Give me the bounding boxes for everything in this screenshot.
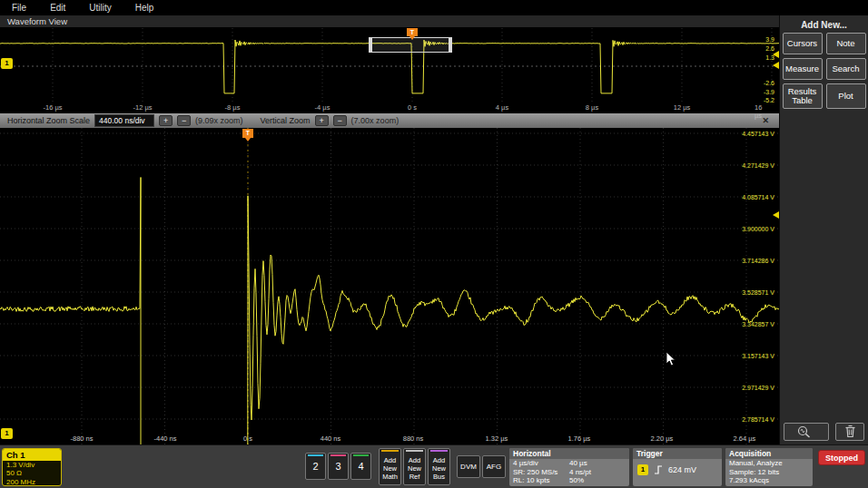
- overview-volt-label: 3.9: [765, 36, 774, 43]
- overview-time-label: -16 µs: [44, 103, 63, 112]
- zoomed-waveform-svg: [0, 128, 779, 444]
- horizontal-panel-title: Horizontal: [509, 448, 629, 459]
- stopped-button[interactable]: Stopped: [818, 450, 865, 465]
- add-new-button-grid: Cursors Note Measure Search Results Tabl…: [780, 33, 868, 109]
- add-new-math-button[interactable]: AddNewMath: [379, 448, 401, 485]
- v-zoom-out-button[interactable]: −: [333, 115, 347, 126]
- zoom-mode-button[interactable]: [784, 423, 829, 441]
- h-zoom-in-button[interactable]: +: [159, 115, 173, 126]
- trigger-marker-main[interactable]: T: [242, 129, 253, 138]
- horizontal-panel[interactable]: Horizontal 4 µs/div 40 µs SR: 250 MS/s 4…: [509, 448, 629, 486]
- volt-label: 4.457143 V: [742, 131, 774, 137]
- acquisition-count: 7.293 kAcqs: [725, 476, 813, 485]
- ref-color-strip: [406, 450, 423, 452]
- volt-label: 3.157143 V: [742, 353, 774, 359]
- add-note-button[interactable]: Note: [826, 33, 866, 54]
- add-results-table-button[interactable]: Results Table: [783, 83, 823, 109]
- channel4-button[interactable]: 4: [350, 453, 371, 480]
- v-zoom-in-button[interactable]: +: [315, 115, 329, 126]
- overview-volt-label: -2.6: [764, 80, 774, 86]
- time-label: 440 ns: [321, 434, 341, 443]
- oscilloscope-app: File Edit Utility Help Waveform View 3.9…: [0, 0, 868, 488]
- horizontal-window: 40 µs: [569, 459, 587, 468]
- overview-time-label: -12 µs: [133, 103, 153, 112]
- time-label: -880 ns: [70, 434, 93, 443]
- magnifier-icon: [796, 425, 816, 438]
- add-new-bus-button[interactable]: AddNewBus: [428, 448, 450, 485]
- volt-label: 4.085714 V: [742, 194, 774, 200]
- menu-help[interactable]: Help: [123, 1, 166, 15]
- channel2-button[interactable]: 2: [305, 453, 326, 480]
- add-measure-button[interactable]: Measure: [783, 58, 823, 80]
- overview-time-label: 16 µs: [755, 103, 771, 120]
- channel1-marker-overview[interactable]: 1: [1, 58, 13, 69]
- time-label: -440 ns: [153, 434, 176, 443]
- volt-label: 3.900000 V: [742, 226, 774, 232]
- time-label: 2.64 µs: [734, 434, 756, 443]
- add-new-title: Add New...: [780, 15, 868, 33]
- channel3-button[interactable]: 3: [328, 453, 349, 480]
- menu-file[interactable]: File: [0, 1, 38, 15]
- channel4-color-strip: [353, 454, 369, 456]
- channel3-color-strip: [330, 454, 346, 456]
- add-cursors-button[interactable]: Cursors: [783, 33, 823, 54]
- sample-rate: SR: 250 MS/s: [513, 468, 569, 477]
- waveform-view-area: Waveform View 3.9 2.6 1.3 -2.6 -3.9 -5.2…: [0, 15, 779, 444]
- resolution: 4 ns/pt: [569, 468, 591, 477]
- v-zoom-factor: (7.00x zoom): [351, 116, 399, 125]
- trash-button[interactable]: [835, 423, 864, 441]
- add-plot-button[interactable]: Plot: [826, 83, 866, 109]
- volt-label: 3.714286 V: [742, 258, 774, 264]
- volt-label: 3.528571 V: [742, 289, 774, 296]
- trigger-panel[interactable]: Trigger 1 624 mV: [633, 448, 722, 486]
- trigger-panel-title: Trigger: [633, 448, 722, 459]
- add-new-ref-button[interactable]: AddNewRef: [403, 448, 426, 485]
- channel2-color-strip: [308, 454, 323, 456]
- volt-label: 2.785714 V: [742, 416, 774, 423]
- record-length: RL: 10 kpts: [513, 476, 569, 485]
- volt-label: 2.971429 V: [742, 385, 774, 391]
- add-search-button[interactable]: Search: [826, 58, 866, 80]
- trash-icon: [844, 425, 856, 438]
- overview-time-label: 0 s: [408, 103, 417, 112]
- time-label: 1.32 µs: [486, 434, 508, 443]
- vertical-zoom-label: Vertical Zoom: [261, 116, 311, 125]
- trigger-level-marker-icon[interactable]: [773, 62, 779, 69]
- channel1-impedance: 50 Ω: [3, 469, 61, 477]
- overview-volt-label: -3.9: [764, 89, 774, 95]
- math-color-strip: [381, 450, 399, 452]
- mouse-cursor-icon: [666, 351, 677, 367]
- volt-label: 4.271429 V: [742, 162, 774, 169]
- trigger-source-badge: 1: [637, 464, 648, 475]
- h-zoom-out-button[interactable]: −: [177, 115, 191, 126]
- channel-position-marker-icon[interactable]: [773, 51, 779, 58]
- acquisition-sample: Sample: 12 bits: [725, 468, 813, 477]
- time-label: 0 s: [243, 434, 252, 443]
- trigger-marker-overview[interactable]: T: [407, 28, 418, 36]
- channel1-marker-main[interactable]: 1: [1, 428, 13, 439]
- dvm-button[interactable]: DVM: [457, 455, 480, 478]
- channel1-scale: 1.3 V/div: [3, 461, 61, 469]
- overview-time-label: 4 µs: [496, 103, 508, 112]
- right-sidebar: Add New... Cursors Note Measure Search R…: [779, 15, 868, 444]
- channel1-name: Ch 1: [3, 449, 61, 461]
- acquisition-panel[interactable]: Acquisition Manual, Analyze Sample: 12 b…: [725, 448, 813, 486]
- afg-button[interactable]: AFG: [482, 455, 506, 478]
- horizontal-position: 50%: [569, 476, 584, 485]
- overview-time-label: 12 µs: [674, 103, 691, 112]
- bus-color-strip: [430, 450, 448, 452]
- overview-waveform-panel[interactable]: 3.9 2.6 1.3 -2.6 -3.9 -5.2 T 1: [0, 28, 779, 102]
- time-label: 880 ns: [403, 434, 424, 443]
- h-zoom-factor: (9.09x zoom): [195, 116, 243, 125]
- waveform-view-tab[interactable]: Waveform View: [0, 15, 779, 28]
- volt-label: 3.342857 V: [742, 321, 774, 327]
- menu-edit[interactable]: Edit: [38, 1, 77, 15]
- overview-time-axis: -16 µs -12 µs -8 µs -4 µs 0 s 4 µs 8 µs …: [0, 102, 779, 113]
- horizontal-zoom-value-input[interactable]: 440.00 ns/div: [94, 114, 154, 127]
- overview-time-label: -4 µs: [315, 103, 330, 112]
- menu-utility[interactable]: Utility: [77, 1, 123, 15]
- trigger-slope-icon: [653, 464, 664, 475]
- channel1-badge[interactable]: Ch 1 1.3 V/div 50 Ω 200 MHz: [2, 448, 62, 486]
- channel-position-marker-main-icon[interactable]: [773, 211, 779, 219]
- zoomed-waveform-panel[interactable]: 4.457143 V 4.271429 V 4.085714 V 3.90000…: [0, 128, 779, 444]
